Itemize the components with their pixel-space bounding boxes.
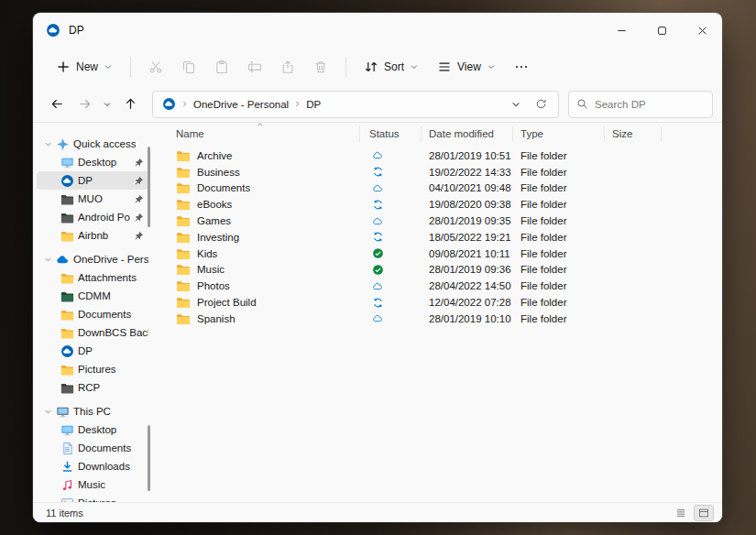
paste-button[interactable]: [206, 54, 237, 80]
column-header-date-modified[interactable]: Date modified: [422, 126, 513, 142]
file-row[interactable]: Documents 04/10/2021 09:48 File folder: [152, 180, 722, 197]
new-button[interactable]: New: [48, 54, 121, 80]
column-header-label: Size: [612, 128, 632, 139]
column-header-status[interactable]: Status: [360, 126, 422, 142]
sidebar-item-icon: [60, 363, 74, 377]
onedrive-icon: [46, 23, 60, 38]
column-header-size[interactable]: Size: [605, 126, 662, 142]
sidebar-item[interactable]: Pictures: [37, 494, 148, 502]
sidebar-item[interactable]: Music: [37, 475, 148, 494]
file-name: Spanish: [197, 313, 236, 324]
up-button[interactable]: [117, 92, 143, 117]
file-row[interactable]: Spanish 28/01/2019 10:10 File folder: [152, 311, 722, 327]
sidebar-item-label: Quick access: [73, 138, 136, 149]
items-count: 11 items: [46, 508, 83, 519]
see-more-button[interactable]: [506, 54, 537, 80]
breadcrumb-root[interactable]: OneDrive - Personal: [193, 99, 289, 110]
file-row[interactable]: Kids 09/08/2021 10:11 File folder: [152, 246, 722, 262]
column-header-label: Status: [369, 128, 400, 139]
sidebar-item-icon: [60, 192, 74, 206]
column-header-type[interactable]: Type: [513, 126, 605, 142]
back-button[interactable]: [44, 92, 70, 117]
file-name-cell: Archive: [152, 148, 360, 163]
sort-button-label: Sort: [384, 60, 404, 73]
file-row[interactable]: Archive 28/01/2019 10:51 File folder: [152, 147, 722, 164]
address-dropdown-button[interactable]: [506, 94, 526, 115]
file-name-cell: Investing: [152, 230, 360, 245]
breadcrumb-current[interactable]: DP: [306, 99, 321, 110]
column-header-name[interactable]: Name: [152, 126, 360, 142]
chevron-down-icon[interactable]: [44, 256, 52, 264]
file-row[interactable]: Business 19/02/2022 14:33 File folder: [152, 164, 722, 180]
address-bar[interactable]: OneDrive - Personal DP: [152, 91, 559, 118]
delete-button[interactable]: [305, 54, 336, 80]
file-row[interactable]: Investing 18/05/2022 19:21 File folder: [152, 229, 722, 246]
sync-status-icon: [372, 215, 384, 227]
sidebar-item[interactable]: Documents: [37, 305, 148, 323]
sidebar-item[interactable]: Documents: [37, 439, 148, 457]
sidebar-item-icon: [60, 289, 74, 303]
cut-button[interactable]: [140, 54, 171, 80]
sidebar-item-label: Attachments: [78, 272, 137, 283]
file-row[interactable]: Photos 28/04/2022 14:50 File folder: [152, 278, 722, 294]
copy-button[interactable]: [173, 54, 204, 80]
file-name-cell: Spanish: [152, 311, 360, 326]
sidebar-item-icon: [56, 253, 70, 267]
chevron-down-icon: [410, 62, 419, 71]
file-type: File folder: [513, 313, 605, 324]
sidebar-item[interactable]: Desktop: [37, 153, 148, 171]
share-button[interactable]: [272, 54, 303, 80]
rename-button[interactable]: [239, 54, 270, 80]
folder-icon: [176, 213, 191, 228]
sidebar-item-icon: [56, 137, 70, 151]
share-icon: [280, 60, 295, 74]
date-modified: 28/01/2019 10:51: [422, 150, 513, 161]
search-box[interactable]: [568, 91, 713, 118]
sidebar-scrollbar-thumb[interactable]: [148, 147, 150, 227]
chevron-down-icon: [103, 100, 112, 109]
sidebar-item[interactable]: DP: [37, 342, 148, 360]
file-row[interactable]: eBooks 19/08/2020 09:38 File folder: [152, 196, 722, 213]
sidebar-item[interactable]: DP: [37, 171, 148, 190]
file-row[interactable]: Games 28/01/2019 09:35 File folder: [152, 213, 722, 229]
sidebar-item[interactable]: Pictures: [37, 360, 148, 378]
list-view-toggle-button[interactable]: [672, 506, 690, 520]
view-button[interactable]: View: [429, 54, 504, 80]
sidebar-item[interactable]: MUO: [37, 190, 148, 208]
chevron-down-icon[interactable]: [44, 408, 52, 416]
sidebar-scrollbar-thumb[interactable]: [148, 425, 150, 491]
toolbar-separator: [345, 57, 346, 77]
file-row[interactable]: Project Build 12/04/2022 07:28 File fold…: [152, 294, 722, 311]
sidebar-item[interactable]: OneDrive - Person: [37, 250, 148, 268]
sidebar-item[interactable]: Android Polic: [37, 208, 148, 226]
recent-locations-button[interactable]: [99, 92, 115, 117]
refresh-button[interactable]: [531, 94, 551, 115]
file-status-cell: [360, 280, 422, 292]
sidebar-item-icon: [60, 211, 74, 224]
search-input[interactable]: [595, 99, 705, 110]
maximize-button[interactable]: [641, 13, 682, 48]
sidebar-item[interactable]: Airbnb: [37, 226, 148, 245]
sync-status-icon: [372, 247, 384, 259]
chevron-down-icon[interactable]: [44, 140, 52, 148]
file-status-cell: [360, 247, 422, 259]
sidebar-item[interactable]: RCP: [37, 378, 148, 397]
sidebar-item[interactable]: Quick access: [37, 135, 148, 153]
file-row[interactable]: Music 28/01/2019 09:36 File folder: [152, 262, 722, 278]
column-header-label: Name: [176, 128, 204, 139]
sidebar-item-label: Android Polic: [78, 212, 130, 223]
forward-button[interactable]: [71, 92, 97, 117]
window-body: Quick access Desktop DP MUO: [33, 123, 722, 502]
sidebar-item[interactable]: Attachments: [37, 268, 148, 287]
file-list: Archive 28/01/2019 10:51 File folder Bus…: [152, 145, 722, 327]
sidebar-item[interactable]: CDMM: [37, 287, 148, 305]
chevron-right-icon: [181, 100, 189, 108]
minimize-button[interactable]: [601, 13, 641, 48]
sidebar-item[interactable]: This PC: [37, 402, 148, 420]
close-button[interactable]: [682, 13, 722, 48]
sidebar-item[interactable]: DownBCS Backu: [37, 323, 148, 342]
sidebar-item[interactable]: Downloads: [37, 457, 148, 475]
sort-button[interactable]: Sort: [356, 54, 427, 80]
sidebar-item[interactable]: Desktop: [37, 420, 148, 439]
details-view-toggle-button[interactable]: [695, 506, 713, 520]
